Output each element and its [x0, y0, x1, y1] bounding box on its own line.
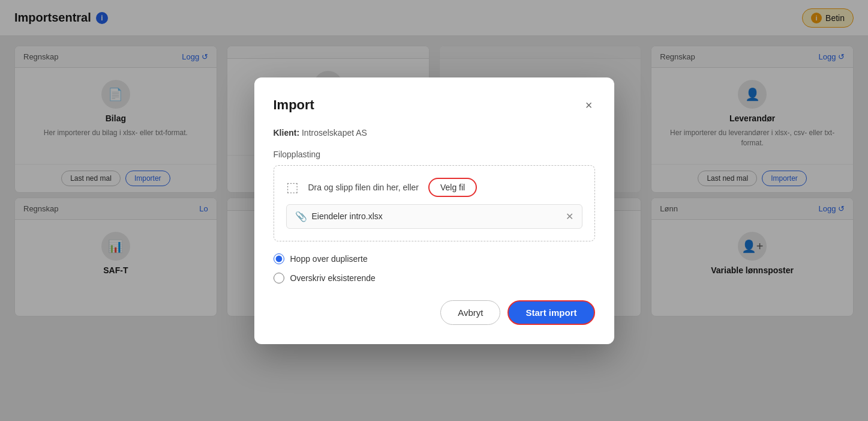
- modal-footer: Avbryt Start import: [274, 300, 595, 325]
- radio-overwrite-option[interactable]: Overskriv eksisterende: [274, 273, 595, 283]
- radio-skip-input[interactable]: [274, 253, 284, 264]
- start-import-button[interactable]: Start import: [507, 300, 594, 325]
- file-item-left: 📎 Eiendeler intro.xlsx: [295, 211, 383, 222]
- drop-zone-inner: ⬚ Dra og slipp filen din her, eller Velg…: [286, 178, 582, 197]
- paperclip-icon: 📎: [295, 211, 307, 222]
- modal-header: Import ×: [274, 97, 595, 114]
- cancel-button[interactable]: Avbryt: [440, 300, 500, 325]
- radio-group: Hopp over dupliserte Overskriv eksistere…: [274, 253, 595, 283]
- radio-overwrite-input[interactable]: [274, 273, 284, 283]
- client-name: Introselskapet AS: [302, 128, 367, 138]
- upload-icon: ⬚: [286, 180, 299, 195]
- modal-overlay: Import × Klient: Introselskapet AS Filop…: [0, 0, 868, 421]
- radio-skip-label: Hopp over dupliserte: [290, 254, 368, 264]
- import-modal: Import × Klient: Introselskapet AS Filop…: [254, 77, 614, 344]
- modal-title: Import: [274, 97, 314, 113]
- file-name: Eiendeler intro.xlsx: [312, 211, 383, 221]
- modal-client: Klient: Introselskapet AS: [274, 128, 595, 138]
- background-page: Importsentral i i Betin Regnskap Logg ↺ …: [0, 0, 868, 421]
- drop-text: Dra og slipp filen din her, eller: [308, 183, 419, 192]
- file-upload-label: Filopplasting: [274, 150, 595, 159]
- radio-skip-option[interactable]: Hopp over dupliserte: [274, 253, 595, 264]
- velg-fil-button[interactable]: Velg fil: [428, 178, 477, 197]
- radio-overwrite-label: Overskriv eksisterende: [290, 273, 376, 283]
- modal-close-button[interactable]: ×: [583, 97, 595, 114]
- file-remove-button[interactable]: ✕: [566, 211, 573, 222]
- client-label: Klient:: [274, 128, 300, 138]
- file-item: 📎 Eiendeler intro.xlsx ✕: [286, 204, 582, 229]
- drop-zone[interactable]: ⬚ Dra og slipp filen din her, eller Velg…: [274, 165, 595, 241]
